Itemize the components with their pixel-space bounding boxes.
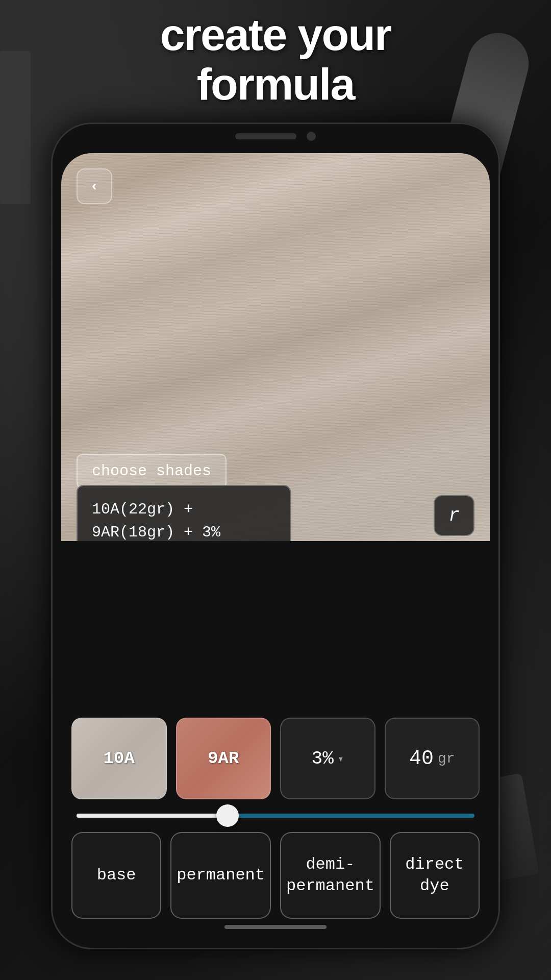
choose-shades-button[interactable]: choose shades: [77, 454, 227, 488]
home-bar: [224, 925, 327, 929]
swatch-9ar-label: 9AR: [208, 749, 239, 768]
type-base-label: base: [97, 865, 136, 886]
type-permanent-label: permanent: [177, 865, 265, 886]
back-button[interactable]: ‹: [77, 168, 112, 204]
slider-track: [77, 814, 474, 818]
swatch-percent-dropdown[interactable]: 3% ▾: [280, 718, 375, 799]
phone-speaker: [235, 133, 296, 139]
swatch-10a-label: 10A: [104, 749, 135, 768]
type-button-demi-permanent[interactable]: demi-permanent: [280, 832, 381, 919]
swatch-9ar[interactable]: 9AR: [176, 718, 271, 799]
bottom-panel: 10A 9AR 3% ▾ 40 gr: [61, 707, 490, 934]
slider-fill: [77, 814, 228, 818]
formula-text: 10A(22gr) + 9AR(18gr) + 3%(40gr): [92, 498, 276, 541]
r-badge[interactable]: r: [434, 495, 474, 536]
phone-screen: ‹ choose shades 10A(22gr) + 9AR(18gr) + …: [61, 153, 490, 934]
grams-number: 40: [409, 747, 434, 770]
percent-label: 3%: [312, 748, 334, 769]
formula-display: 10A(22gr) + 9AR(18gr) + 3%(40gr): [77, 485, 291, 541]
type-button-permanent[interactable]: permanent: [170, 832, 271, 919]
phone-notch: [235, 132, 316, 141]
slider-container[interactable]: [77, 814, 474, 818]
phone-frame: ‹ choose shades 10A(22gr) + 9AR(18gr) + …: [51, 122, 500, 949]
type-direct-dye-label: direct dye: [396, 854, 473, 896]
back-icon: ‹: [90, 179, 99, 194]
grams-unit: gr: [438, 751, 455, 767]
hair-preview-image: ‹ choose shades 10A(22gr) + 9AR(18gr) + …: [61, 153, 490, 541]
title-line2: formula: [197, 59, 355, 109]
type-button-direct-dye[interactable]: direct dye: [390, 832, 480, 919]
slider-thumb[interactable]: [216, 804, 239, 827]
type-button-base[interactable]: base: [71, 832, 161, 919]
r-badge-label: r: [448, 505, 460, 526]
title-line1: create your: [160, 9, 391, 60]
type-demi-permanent-label: demi-permanent: [286, 854, 374, 896]
swatches-row: 10A 9AR 3% ▾ 40 gr: [71, 718, 480, 799]
swatch-grams[interactable]: 40 gr: [385, 718, 480, 799]
swatch-10a[interactable]: 10A: [71, 718, 167, 799]
page-title: create your formula: [0, 10, 551, 109]
type-buttons-row: base permanent demi-permanent direct dye: [71, 832, 480, 919]
dropdown-arrow-icon: ▾: [338, 752, 344, 765]
phone-camera: [307, 132, 316, 141]
